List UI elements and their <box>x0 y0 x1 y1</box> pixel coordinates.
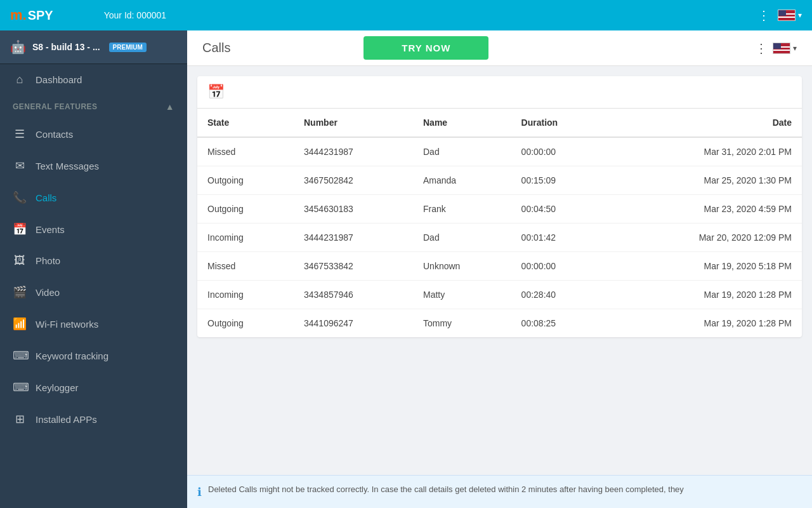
table-header-row: State Number Name Duration Date <box>197 109 802 137</box>
cell-name: Unknown <box>413 252 511 281</box>
card-toolbar: 📅 <box>197 76 802 109</box>
section-label: GENERAL FEATURES <box>13 102 98 111</box>
sidebar-item-calls[interactable]: 📞 Calls <box>0 182 187 213</box>
try-now-button[interactable]: TRY NOW <box>363 36 488 60</box>
cell-number: 3434857946 <box>294 281 413 309</box>
cell-date: Mar 25, 2020 1:30 PM <box>608 166 802 195</box>
cell-duration: 00:00:00 <box>511 137 608 166</box>
cell-date: Mar 31, 2020 2:01 PM <box>608 137 802 166</box>
text-messages-icon: ✉ <box>13 159 27 173</box>
sidebar-item-dashboard[interactable]: ⌂ Dashboard <box>0 64 187 95</box>
cell-state: Outgoing <box>197 195 294 224</box>
table-row: Incoming 3444231987 Dad 00:01:42 Mar 20,… <box>197 224 802 252</box>
page-title: Calls <box>202 41 230 55</box>
sidebar-item-events[interactable]: 📅 Events <box>0 213 187 245</box>
main-content: Calls TRY NOW ⋮ ▾ 📅 <box>187 30 812 508</box>
col-header-number: Number <box>294 109 413 137</box>
col-header-duration: Duration <box>511 109 608 137</box>
table-row: Missed 3467533842 Unknown 00:00:00 Mar 1… <box>197 252 802 281</box>
wifi-label: Wi-Fi networks <box>36 319 98 330</box>
cell-duration: 00:08:25 <box>511 309 608 338</box>
sidebar-item-keyword-tracking[interactable]: ⌨ Keyword tracking <box>0 340 187 371</box>
cell-date: Mar 23, 2020 4:59 PM <box>608 195 802 224</box>
cell-state: Incoming <box>197 281 294 309</box>
video-label: Video <box>36 287 60 298</box>
logo-spy: SPY <box>28 8 53 23</box>
col-header-name: Name <box>413 109 511 137</box>
sidebar-item-installed-apps[interactable]: ⊞ Installed APPs <box>0 403 187 435</box>
sidebar-item-keylogger[interactable]: ⌨ Keylogger <box>0 371 187 403</box>
info-bar: ℹ Deleted Calls might not be tracked cor… <box>187 475 812 508</box>
header-more-icon[interactable]: ⋮ <box>755 41 768 56</box>
cell-name: Dad <box>413 224 511 252</box>
sidebar-item-contacts[interactable]: ☰ Contacts <box>0 118 187 150</box>
cell-duration: 00:01:42 <box>511 224 608 252</box>
cell-state: Missed <box>197 137 294 166</box>
sidebar-item-wifi[interactable]: 📶 Wi-Fi networks <box>0 308 187 340</box>
contacts-label: Contacts <box>36 129 73 140</box>
keyword-tracking-label: Keyword tracking <box>36 351 108 361</box>
table-row: Outgoing 3467502842 Amanda 00:15:09 Mar … <box>197 166 802 195</box>
premium-badge: PREMIUM <box>109 43 147 52</box>
installed-apps-label: Installed APPs <box>36 414 97 425</box>
table-row: Incoming 3434857946 Matty 00:28:40 Mar 1… <box>197 281 802 309</box>
cell-state: Missed <box>197 252 294 281</box>
cell-number: 3441096247 <box>294 309 413 338</box>
calls-card: 📅 State Number Name Duration Date <box>197 76 802 337</box>
cell-state: Outgoing <box>197 166 294 195</box>
dashboard-label: Dashboard <box>36 74 82 85</box>
keyword-tracking-icon: ⌨ <box>13 349 27 363</box>
cell-name: Dad <box>413 137 511 166</box>
photo-icon: 🖼 <box>13 254 27 267</box>
cell-number: 3444231987 <box>294 137 413 166</box>
sidebar-item-video[interactable]: 🎬 Video <box>0 276 187 308</box>
sidebar-item-text-messages[interactable]: ✉ Text Messages <box>0 150 187 182</box>
android-icon: 🤖 <box>10 39 26 55</box>
language-selector[interactable]: ▾ <box>778 10 802 21</box>
wifi-icon: 📶 <box>13 317 27 331</box>
col-header-date: Date <box>608 109 802 137</box>
main-layout: 🤖 S8 - build 13 - ... PREMIUM ⌂ Dashboar… <box>0 30 812 508</box>
page-header: Calls TRY NOW ⋮ ▾ <box>187 30 812 66</box>
more-options-icon[interactable]: ⋮ <box>757 8 770 23</box>
logo-m: m. <box>10 7 27 23</box>
cell-duration: 00:15:09 <box>511 166 608 195</box>
cell-date: Mar 19, 2020 5:18 PM <box>608 252 802 281</box>
photo-label: Photo <box>36 255 60 266</box>
content-area: 📅 State Number Name Duration Date <box>187 66 812 475</box>
flag-icon <box>778 10 796 21</box>
chevron-down-icon: ▾ <box>798 11 802 20</box>
info-text: Deleted Calls might not be tracked corre… <box>208 485 684 494</box>
table-row: Outgoing 3454630183 Frank 00:04:50 Mar 2… <box>197 195 802 224</box>
keylogger-icon: ⌨ <box>13 380 27 394</box>
cell-name: Tommy <box>413 309 511 338</box>
calendar-icon[interactable]: 📅 <box>207 84 225 100</box>
calls-icon: 📞 <box>13 190 27 204</box>
header-flag-selector[interactable]: ▾ <box>773 43 797 54</box>
cell-number: 3444231987 <box>294 224 413 252</box>
device-name: S8 - build 13 - ... <box>32 42 100 52</box>
general-features-header: GENERAL FEATURES ▲ <box>0 95 187 118</box>
table-row: Outgoing 3441096247 Tommy 00:08:25 Mar 1… <box>197 309 802 338</box>
top-header: m.SPY Your Id: 000001 ⋮ ▾ <box>0 0 812 30</box>
collapse-icon[interactable]: ▲ <box>166 102 174 112</box>
device-bar[interactable]: 🤖 S8 - build 13 - ... PREMIUM <box>0 30 187 64</box>
home-icon: ⌂ <box>13 73 27 86</box>
header-right: ⋮ ▾ <box>757 8 802 23</box>
table-row: Missed 3444231987 Dad 00:00:00 Mar 31, 2… <box>197 137 802 166</box>
cell-state: Incoming <box>197 224 294 252</box>
cell-date: Mar 19, 2020 1:28 PM <box>608 281 802 309</box>
cell-duration: 00:00:00 <box>511 252 608 281</box>
cell-name: Frank <box>413 195 511 224</box>
sidebar-item-photo[interactable]: 🖼 Photo <box>0 245 187 276</box>
contacts-icon: ☰ <box>13 127 27 141</box>
page-header-right: ⋮ ▾ <box>755 41 797 56</box>
cell-name: Matty <box>413 281 511 309</box>
cell-number: 3467502842 <box>294 166 413 195</box>
calls-table: State Number Name Duration Date Missed 3… <box>197 109 802 337</box>
info-icon: ℹ <box>197 485 202 499</box>
cell-state: Outgoing <box>197 309 294 338</box>
logo: m.SPY <box>10 7 53 23</box>
events-label: Events <box>36 224 65 235</box>
header-chevron-down-icon: ▾ <box>793 44 797 53</box>
